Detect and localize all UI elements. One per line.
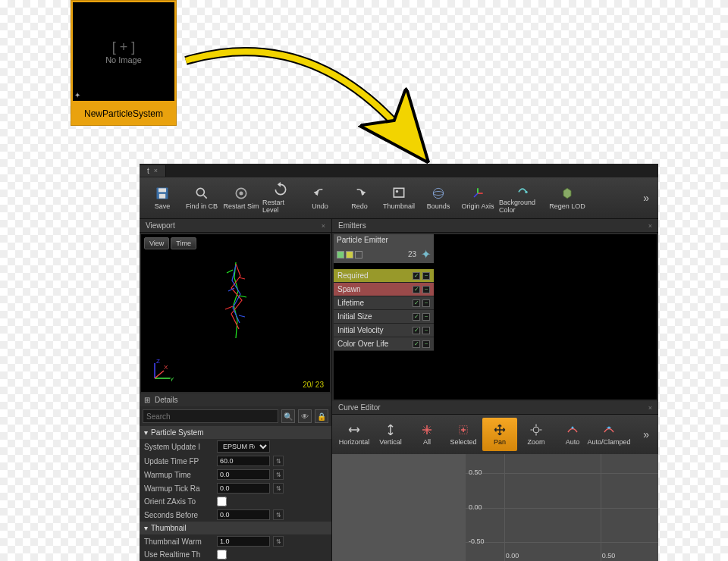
property-row: Seconds Before⇅	[140, 508, 331, 522]
restart-sim-button[interactable]: Restart Sim	[223, 180, 259, 215]
restart-level-button[interactable]: Restart Level	[262, 180, 299, 215]
close-icon[interactable]: ×	[648, 222, 652, 230]
curve-track-list[interactable]	[332, 454, 466, 561]
viewport-3d[interactable]: View Time Z Y X	[141, 234, 330, 392]
spinner-icon[interactable]: ⇅	[273, 456, 284, 466]
main-tab[interactable]: t×	[140, 165, 166, 177]
regen-lod-button[interactable]: Regen LOD	[549, 180, 585, 215]
module-graph-checkbox[interactable]: ~	[422, 272, 430, 280]
section-particle-system[interactable]: ▾ Particle System	[140, 426, 331, 439]
svg-rect-1	[158, 188, 166, 192]
origin-axis-button[interactable]: Origin Axis	[460, 180, 496, 215]
curve-grid[interactable]: 0.500.00-0.500.000.50	[466, 454, 658, 561]
background-color-button[interactable]: Background Color	[499, 180, 546, 215]
curve-vertical-button[interactable]: Vertical	[373, 418, 408, 451]
property-input[interactable]	[217, 456, 270, 466]
module-enable-checkbox[interactable]: ✓	[413, 299, 420, 307]
details-search-input[interactable]	[143, 409, 278, 423]
spinner-icon[interactable]: ⇅	[273, 536, 284, 547]
module-label: Lifetime	[337, 299, 364, 307]
view-menu-button[interactable]: View	[144, 237, 169, 249]
svg-rect-2	[159, 194, 165, 199]
emitters-area[interactable]: Particle Emitter 23 ✦ Required✓~Spawn✓~L…	[334, 234, 657, 400]
property-label: Seconds Before	[144, 511, 214, 519]
module-row-lifetime[interactable]: Lifetime✓~	[334, 296, 434, 310]
property-row: Use Realtime Th	[140, 548, 331, 561]
asset-thumbnail[interactable]: [ + ] No Image ✦ NewParticleSystem	[71, 0, 177, 126]
spinner-icon[interactable]: ⇅	[273, 469, 284, 480]
asset-type-icon: ✦	[74, 91, 80, 99]
property-input[interactable]	[217, 536, 270, 547]
emitter-column[interactable]: Particle Emitter 23 ✦ Required✓~Spawn✓~L…	[334, 234, 434, 400]
find-in-cb-button[interactable]: Find in CB	[184, 180, 220, 215]
module-enable-checkbox[interactable]: ✓	[413, 327, 420, 334]
curve-selected-button[interactable]: Selected	[446, 418, 481, 451]
property-input[interactable]	[217, 483, 270, 494]
solo-checkbox[interactable]	[346, 251, 353, 259]
search-icon[interactable]: 🔍	[281, 409, 295, 423]
undo-button[interactable]: Undo	[302, 180, 338, 215]
module-label: Initial Size	[337, 312, 372, 321]
redo-button[interactable]: Redo	[341, 180, 378, 215]
property-label: Orient ZAxis To	[144, 497, 214, 506]
time-menu-button[interactable]: Time	[171, 237, 196, 249]
property-label: Use Realtime Th	[144, 550, 214, 559]
curve-horizontal-button[interactable]: Horizontal	[337, 418, 372, 451]
svg-point-28	[533, 427, 539, 433]
module-row-initial-velocity[interactable]: Initial Velocity✓~	[334, 324, 434, 337]
module-row-color-over-life[interactable]: Color Over Life✓~	[334, 337, 434, 351]
property-checkbox[interactable]	[217, 550, 227, 559]
module-enable-checkbox[interactable]: ✓	[413, 272, 420, 280]
property-checkbox[interactable]	[217, 497, 227, 506]
module-graph-checkbox[interactable]: ~	[422, 327, 430, 334]
module-row-initial-size[interactable]: Initial Size✓~	[334, 310, 434, 324]
section-thumbnail[interactable]: ▾ Thumbnail	[140, 522, 331, 534]
curve-auto-button[interactable]: Auto	[555, 418, 590, 451]
toolbar-overflow-icon[interactable]: »	[639, 192, 654, 204]
curve-autoclamped-button[interactable]: Auto/Clamped	[592, 418, 626, 451]
save-button[interactable]: Save	[144, 180, 180, 215]
curve-x-label: 0.00	[506, 552, 519, 559]
module-row-required[interactable]: Required✓~	[334, 269, 434, 283]
enabled-checkbox[interactable]	[337, 251, 344, 259]
property-input[interactable]	[217, 469, 270, 480]
emitter-status-row[interactable]: 23 ✦	[334, 246, 434, 263]
curve-pan-button[interactable]: Pan	[482, 418, 517, 451]
cascade-editor-window: t× Save Find in CB Restart Sim Restart L…	[140, 164, 658, 561]
close-icon[interactable]: ×	[154, 167, 158, 174]
module-graph-checkbox[interactable]: ~	[422, 299, 430, 307]
close-icon[interactable]: ×	[648, 404, 652, 412]
property-select[interactable]: EPSUM Real Time ▾	[217, 440, 270, 453]
svg-line-13	[474, 193, 478, 197]
svg-line-18	[239, 296, 246, 297]
module-enable-checkbox[interactable]: ✓	[413, 340, 420, 348]
spinner-icon[interactable]: ⇅	[273, 509, 284, 520]
module-enable-checkbox[interactable]: ✓	[413, 286, 420, 293]
curve-y-label: 0.00	[469, 503, 482, 511]
thumbnail-button[interactable]: Thumbnail	[381, 180, 417, 215]
editor-tabrow: t×	[140, 164, 658, 177]
filter-icon[interactable]: 👁	[298, 409, 312, 423]
curve-zoom-button[interactable]: Zoom	[519, 418, 554, 451]
curve-toolbar-overflow-icon[interactable]: »	[639, 428, 654, 440]
spinner-icon[interactable]: ⇅	[273, 483, 284, 494]
module-graph-checkbox[interactable]: ~	[422, 286, 430, 293]
curve-all-button[interactable]: All	[410, 418, 444, 451]
module-graph-checkbox[interactable]: ~	[422, 340, 430, 348]
module-graph-checkbox[interactable]: ~	[422, 313, 430, 321]
main-toolbar: Save Find in CB Restart Sim Restart Leve…	[140, 177, 658, 219]
module-enable-checkbox[interactable]: ✓	[413, 313, 420, 321]
asset-name: NewParticleSystem	[71, 102, 176, 125]
property-input[interactable]	[217, 509, 270, 520]
lock-icon[interactable]: 🔒	[315, 409, 328, 423]
plus-icon: [ + ]	[112, 39, 136, 55]
module-row-spawn[interactable]: Spawn✓~	[334, 283, 434, 296]
curve-y-label: -0.50	[469, 537, 485, 545]
property-row: Warmup Time⇅	[140, 468, 331, 481]
emitter-name[interactable]: Particle Emitter	[334, 234, 434, 246]
particle-counter: 20/ 23	[303, 381, 324, 389]
bounds-button[interactable]: Bounds	[420, 180, 457, 215]
close-icon[interactable]: ×	[322, 222, 325, 230]
extra-checkbox[interactable]	[355, 251, 362, 259]
svg-point-29	[572, 427, 574, 429]
